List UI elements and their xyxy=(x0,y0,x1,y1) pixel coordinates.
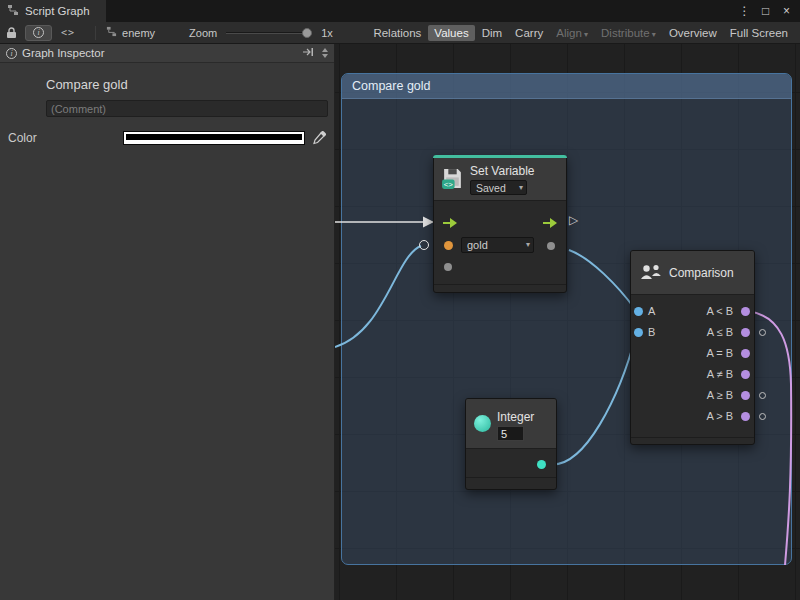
flow-out-port-triangle-icon[interactable] xyxy=(569,213,578,227)
dock-panel-icon[interactable] xyxy=(302,47,314,59)
output-not-equal-label: A ≠ B xyxy=(707,368,733,380)
output-value-port[interactable] xyxy=(547,242,555,250)
code-view-icon[interactable]: <> xyxy=(61,27,75,38)
full-screen-button[interactable]: Full Screen xyxy=(724,25,794,41)
comparison-row: A = B xyxy=(631,343,754,364)
align-dropdown-button[interactable]: Align xyxy=(550,25,594,41)
color-swatch[interactable] xyxy=(123,131,305,145)
variable-kind-dropdown[interactable]: Saved xyxy=(470,180,527,195)
integer-footer xyxy=(466,477,556,489)
info-icon: i xyxy=(33,27,44,38)
tab-script-graph[interactable]: Script Graph xyxy=(0,0,106,22)
comparison-outer-port[interactable] xyxy=(759,329,766,336)
dim-button[interactable]: Dim xyxy=(476,25,508,41)
values-button[interactable]: Values xyxy=(428,25,474,41)
color-swatch-fill xyxy=(126,134,302,140)
integer-header[interactable]: Integer xyxy=(466,399,556,449)
variable-name-dropdown[interactable]: gold xyxy=(461,237,534,253)
zoom-value: 1x xyxy=(321,27,333,39)
variable-name-port[interactable] xyxy=(444,241,453,250)
output-less-port[interactable] xyxy=(741,307,750,316)
toolbar: i <> enemy Zoom 1x Relations Values Dim … xyxy=(0,22,800,44)
info-icon: i xyxy=(6,48,17,59)
comparison-title: Comparison xyxy=(669,266,734,280)
group-header[interactable]: Compare gold xyxy=(342,74,791,99)
overview-button[interactable]: Overview xyxy=(663,25,723,41)
set-variable-footer xyxy=(434,284,566,292)
zoom-slider-handle[interactable] xyxy=(302,28,312,38)
output-less-label: A < B xyxy=(706,305,733,317)
set-variable-accent-bar xyxy=(433,155,567,158)
eyedropper-icon[interactable] xyxy=(312,131,326,145)
output-not-equal-port[interactable] xyxy=(741,370,750,379)
comparison-outer-port[interactable] xyxy=(759,413,766,420)
relations-button[interactable]: Relations xyxy=(367,25,427,41)
zoom-slider-track xyxy=(226,32,312,34)
comparison-icon xyxy=(640,264,662,284)
output-greater-equal-label: A ≥ B xyxy=(707,389,733,401)
set-variable-connected-input-port[interactable] xyxy=(419,240,429,250)
spinner-down-icon[interactable] xyxy=(322,54,328,58)
carry-button[interactable]: Carry xyxy=(509,25,549,41)
output-less-equal-port[interactable] xyxy=(741,328,750,337)
input-b-port[interactable] xyxy=(634,328,643,337)
graph-reference[interactable]: enemy xyxy=(106,26,155,39)
distribute-dropdown-button[interactable]: Distribute xyxy=(595,25,662,41)
set-variable-header[interactable]: <> Set Variable Saved xyxy=(434,156,566,201)
titlebar: Script Graph ⋮ □ × xyxy=(0,0,800,22)
spinner-up-icon[interactable] xyxy=(322,48,328,52)
panel-scroll-spinner-icon[interactable] xyxy=(322,48,328,58)
zoom-control: Zoom 1x xyxy=(189,27,333,39)
comparison-row: A A < B xyxy=(631,301,754,322)
integer-value-input[interactable] xyxy=(497,426,524,441)
graph-inspector-title: Graph Inspector xyxy=(22,47,104,59)
output-greater-port[interactable] xyxy=(741,412,750,421)
comparison-header[interactable]: Comparison xyxy=(631,251,754,295)
flow-input-arrow-icon[interactable] xyxy=(443,218,457,228)
input-a-label: A xyxy=(648,305,655,317)
toolbar-buttons: Relations Values Dim Carry Align Distrib… xyxy=(367,25,794,41)
close-icon[interactable]: × xyxy=(779,4,794,18)
zoom-label: Zoom xyxy=(189,27,217,39)
comment-input[interactable] xyxy=(46,100,328,117)
maximize-icon[interactable]: □ xyxy=(758,4,773,18)
main-area: i Graph Inspector Compare gold Color xyxy=(0,44,800,600)
comparison-row: A > B xyxy=(631,406,754,427)
input-value-port[interactable] xyxy=(444,263,452,271)
input-a-port[interactable] xyxy=(634,307,643,316)
window-menu-icon[interactable]: ⋮ xyxy=(737,4,752,18)
comparison-footer xyxy=(631,437,754,444)
color-field-row: Color xyxy=(0,131,334,145)
node-comparison[interactable]: Comparison A A < B B A ≤ B A = B A ≠ B xyxy=(630,250,755,445)
comparison-row: B A ≤ B xyxy=(631,322,754,343)
selected-group-title: Compare gold xyxy=(46,77,334,92)
graph-inspector-panel: i Graph Inspector Compare gold Color xyxy=(0,44,335,600)
output-equal-label: A = B xyxy=(706,347,733,359)
integer-output-port[interactable] xyxy=(537,460,546,469)
save-variable-icon: <> xyxy=(441,167,464,193)
inspector-toggle-button[interactable]: i xyxy=(25,25,52,41)
comparison-outer-port[interactable] xyxy=(759,392,766,399)
lock-icon[interactable] xyxy=(6,27,17,39)
graph-name-label: enemy xyxy=(122,27,155,39)
output-equal-port[interactable] xyxy=(741,349,750,358)
comparison-row: A ≠ B xyxy=(631,364,754,385)
output-greater-equal-port[interactable] xyxy=(741,391,750,400)
flow-output-arrow-icon[interactable] xyxy=(543,218,557,228)
set-variable-title: Set Variable xyxy=(470,164,534,178)
output-greater-label: A > B xyxy=(706,410,733,422)
color-label: Color xyxy=(8,131,123,145)
tab-label: Script Graph xyxy=(25,5,90,17)
graph-asset-icon xyxy=(106,26,117,39)
zoom-slider[interactable] xyxy=(226,27,312,39)
integer-title: Integer xyxy=(497,410,534,424)
script-graph-icon xyxy=(7,4,19,18)
window-controls: ⋮ □ × xyxy=(737,0,800,22)
graph-inspector-header: i Graph Inspector xyxy=(0,44,334,63)
node-integer[interactable]: Integer xyxy=(465,398,557,490)
integer-icon xyxy=(474,415,491,432)
output-less-equal-label: A ≤ B xyxy=(707,326,733,338)
svg-text:<>: <> xyxy=(444,180,454,189)
node-set-variable[interactable]: <> Set Variable Saved gold xyxy=(433,155,567,293)
comparison-row: A ≥ B xyxy=(631,385,754,406)
